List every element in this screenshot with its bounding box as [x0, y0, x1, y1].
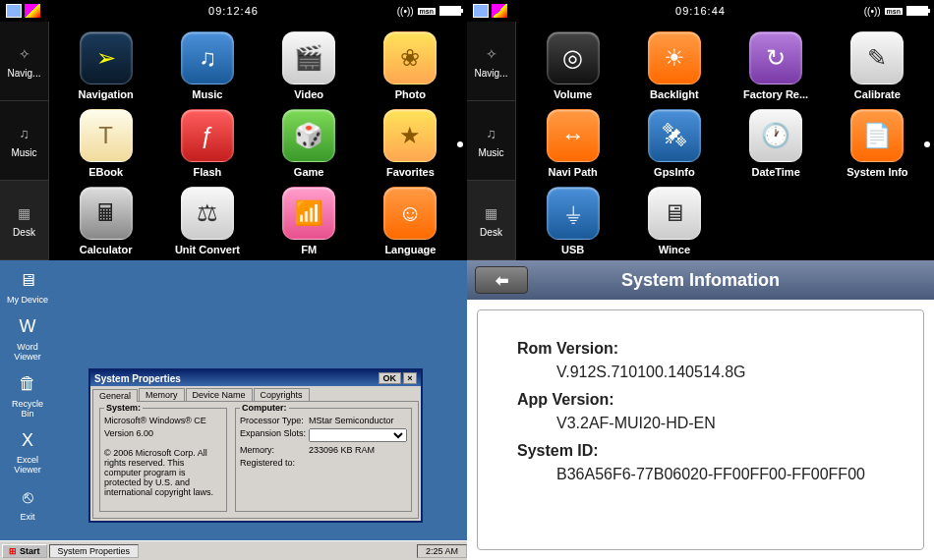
app-label: Flash: [194, 166, 222, 178]
app-usb[interactable]: ⏚USB: [526, 185, 619, 256]
app-label: Navigation: [79, 88, 134, 100]
icon-label: Exit: [20, 513, 34, 523]
expansion-select[interactable]: [309, 428, 407, 442]
label: Processor Type:: [240, 416, 309, 425]
sidebar-item-desk[interactable]: ▦Desk: [467, 181, 515, 260]
sidebar-item-music[interactable]: ♫Music: [467, 101, 515, 181]
app-icon: ◎: [547, 31, 600, 84]
sidebar-icon: ♫: [482, 124, 501, 143]
app-icon: ƒ: [181, 109, 234, 162]
icon-label: Recycle Bin: [6, 400, 49, 420]
app-icon: 🖥: [648, 187, 701, 240]
app-music[interactable]: ♫Music: [160, 29, 254, 101]
app-ebook[interactable]: TEBook: [59, 107, 152, 179]
system-id-value: B36A56F6-77B06020-FF00FF00-FF00FF00: [556, 466, 884, 483]
app-icon: ↔: [547, 109, 600, 162]
close-button[interactable]: ×: [403, 372, 417, 384]
app-icon: 🕐: [749, 109, 802, 162]
sidebar-item-navig[interactable]: ✧Navig...: [0, 22, 48, 101]
sidebar-label: Navig...: [8, 68, 41, 79]
app-language[interactable]: ☺Language: [364, 185, 457, 256]
app-favorites[interactable]: ★Favorites: [364, 107, 457, 179]
system-properties-window[interactable]: System Properties OK × GeneralMemoryDevi…: [88, 368, 423, 523]
sidebar-label: Desk: [480, 227, 502, 238]
back-button[interactable]: ⬅: [475, 266, 528, 294]
sidebar-item-music[interactable]: ♫Music: [0, 101, 48, 181]
taskbar-item[interactable]: System Properties: [49, 544, 140, 558]
app-calculator[interactable]: 🖩Calculator: [59, 185, 152, 256]
app-backlight[interactable]: ☀Backlight: [627, 29, 721, 101]
logo-icon: [25, 4, 40, 18]
app-icon: ☺: [383, 187, 437, 240]
desktop-icon-recyclebin[interactable]: 🗑Recycle Bin: [6, 370, 49, 420]
app-label: Photo: [395, 88, 426, 100]
app-game[interactable]: 🎲Game: [263, 107, 356, 179]
app-label: Calibrate: [854, 88, 901, 100]
fieldset-legend: System:: [104, 403, 143, 413]
tray-clock[interactable]: 2:25 AM: [417, 544, 467, 558]
wince-desktop[interactable]: 🖥My DeviceWWord Viewer🗑Recycle BinXExcel…: [0, 260, 467, 560]
desktop-icon-mydevice[interactable]: 🖥My Device: [6, 266, 49, 306]
app-video[interactable]: 🎬Video: [263, 29, 356, 101]
ok-button[interactable]: OK: [379, 372, 402, 384]
desktop-icon-exit[interactable]: ⎋Exit: [6, 483, 49, 523]
app-unitconvert[interactable]: ⚖Unit Convert: [160, 185, 254, 256]
window-title: System Properties: [94, 373, 181, 384]
icon: 🖥: [14, 266, 41, 294]
app-icon: ❀: [383, 31, 437, 84]
app-icon: ☀: [648, 31, 701, 84]
start-button[interactable]: ⊞Start: [2, 544, 47, 558]
app-icon: 📄: [850, 109, 904, 162]
app-navipath[interactable]: ↔Navi Path: [526, 107, 619, 179]
launcher-screen-2: 09:16:44 ((•)) msn ✧Navig...♫Music▦Desk …: [467, 0, 934, 260]
processor-value: MStar Semiconductor: [309, 416, 394, 425]
app-label: Wince: [659, 244, 690, 255]
tab-devicename[interactable]: Device Name: [186, 388, 253, 401]
page-title: System Infomation: [621, 270, 780, 291]
signal-icon: ((•)): [397, 6, 414, 17]
app-factoryre[interactable]: ↻Factory Re...: [730, 29, 823, 101]
app-label: System Info: [846, 166, 907, 178]
app-flash[interactable]: ƒFlash: [160, 107, 254, 179]
tab-copyrights[interactable]: Copyrights: [254, 388, 310, 401]
calendar-icon[interactable]: [473, 4, 489, 18]
page-indicator: [457, 141, 463, 147]
app-label: Backlight: [650, 88, 699, 100]
app-wince[interactable]: 🖥Wince: [627, 185, 721, 256]
app-gpsinfo[interactable]: 🛰GpsInfo: [627, 107, 721, 179]
app-volume[interactable]: ◎Volume: [526, 29, 619, 101]
app-systeminfo[interactable]: 📄System Info: [831, 107, 924, 179]
app-icon: ➢: [80, 31, 133, 84]
rom-version-label: Rom Version:: [517, 340, 884, 358]
app-calibrate[interactable]: ✎Calibrate: [831, 29, 924, 101]
system-info-screen: ⬅ System Infomation Rom Version: V.912S.…: [467, 260, 934, 560]
app-fm[interactable]: 📶FM: [263, 185, 356, 256]
desktop-icon-wordviewer[interactable]: WWord Viewer: [6, 313, 49, 363]
app-label: DateTime: [751, 166, 799, 178]
sidebar-item-navig[interactable]: ✧Navig...: [467, 22, 515, 101]
calendar-icon[interactable]: [6, 4, 22, 18]
app-icon: ↻: [749, 31, 802, 84]
app-version-value: V3.2AF-MUI20-HD-EN: [556, 415, 884, 432]
desktop-icon-excelviewer[interactable]: XExcel Viewer: [6, 426, 49, 476]
version-text: Version 6.00: [104, 428, 153, 438]
app-photo[interactable]: ❀Photo: [364, 29, 457, 101]
clock-text: 09:16:44: [675, 5, 726, 17]
app-icon: 📶: [282, 187, 335, 240]
app-label: USB: [561, 244, 584, 255]
app-datetime[interactable]: 🕐DateTime: [730, 107, 823, 179]
clock-text: 09:12:46: [208, 5, 259, 17]
app-navigation[interactable]: ➢Navigation: [59, 29, 152, 101]
logo-icon: [492, 4, 507, 18]
icon: 🗑: [14, 370, 41, 398]
window-titlebar[interactable]: System Properties OK ×: [90, 370, 421, 386]
sidebar-item-desk[interactable]: ▦Desk: [0, 181, 48, 260]
app-icon: ♫: [181, 31, 234, 84]
sidebar-label: Music: [11, 147, 36, 158]
tab-memory[interactable]: Memory: [139, 388, 185, 401]
tab-general[interactable]: General: [92, 389, 138, 402]
sidebar-icon: ✧: [15, 44, 34, 64]
app-icon: ⏚: [547, 187, 600, 240]
system-id-label: System ID:: [517, 442, 884, 460]
taskbar[interactable]: ⊞Start System Properties 2:25 AM: [0, 540, 467, 560]
